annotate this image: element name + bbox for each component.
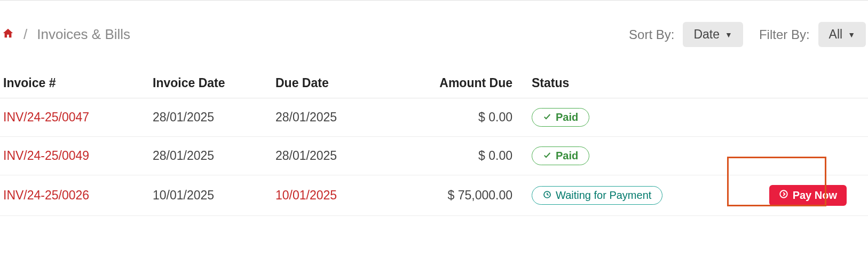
table-row: INV/24-25/0026 10/01/2025 10/01/2025 $ 7… — [0, 175, 868, 216]
amount-due: $ 0.00 — [416, 137, 528, 175]
table-header-row: Invoice # Invoice Date Due Date Amount D… — [0, 68, 868, 98]
col-header-invoice-no: Invoice # — [0, 68, 149, 98]
caret-down-icon: ▼ — [848, 30, 855, 39]
invoice-link[interactable]: INV/24-25/0049 — [3, 149, 89, 163]
sort-value: Date — [693, 27, 720, 42]
invoice-date: 28/01/2025 — [149, 137, 272, 175]
filter-control: Filter By: All ▼ — [759, 22, 866, 47]
col-header-invoice-date: Invoice Date — [149, 68, 272, 98]
pay-now-button[interactable]: Pay Now — [769, 185, 847, 206]
table-row: INV/24-25/0049 28/01/2025 28/01/2025 $ 0… — [0, 137, 868, 175]
col-header-due-date: Due Date — [272, 68, 416, 98]
amount-due: $ 75,000.00 — [416, 175, 528, 216]
breadcrumb: / Invoices & Bills — [2, 26, 130, 43]
sort-control: Sort By: Date ▼ — [629, 22, 743, 47]
breadcrumb-title: Invoices & Bills — [37, 26, 130, 43]
due-date-overdue: 10/01/2025 — [272, 175, 416, 216]
svg-point-1 — [780, 190, 787, 198]
clock-icon — [543, 190, 551, 201]
filter-dropdown[interactable]: All ▼ — [818, 22, 866, 47]
invoice-date: 28/01/2025 — [149, 98, 272, 137]
filter-label: Filter By: — [759, 27, 810, 42]
home-icon[interactable] — [2, 27, 14, 42]
controls: Sort By: Date ▼ Filter By: All ▼ — [629, 22, 866, 47]
status-badge-paid: Paid — [532, 108, 589, 127]
pay-now-label: Pay Now — [793, 189, 837, 202]
col-header-amount-due: Amount Due — [416, 68, 528, 98]
check-icon — [543, 151, 551, 161]
status-badge-paid: Paid — [532, 146, 589, 165]
status-label: Paid — [556, 111, 578, 123]
due-date: 28/01/2025 — [272, 98, 416, 137]
status-label: Paid — [556, 150, 578, 162]
status-badge-waiting: Waiting for Payment — [532, 186, 662, 205]
status-label: Waiting for Payment — [556, 189, 651, 202]
amount-due: $ 0.00 — [416, 98, 528, 137]
check-icon — [543, 112, 551, 123]
invoices-table: Invoice # Invoice Date Due Date Amount D… — [0, 68, 868, 216]
filter-value: All — [829, 27, 843, 42]
invoice-link[interactable]: INV/24-25/0047 — [3, 110, 89, 124]
table-row: INV/24-25/0047 28/01/2025 28/01/2025 $ 0… — [0, 98, 868, 137]
caret-down-icon: ▼ — [725, 30, 732, 39]
invoice-link[interactable]: INV/24-25/0026 — [3, 188, 89, 202]
breadcrumb-separator: / — [23, 26, 27, 43]
arrow-circle-right-icon — [779, 189, 788, 202]
due-date: 28/01/2025 — [272, 137, 416, 175]
invoice-date: 10/01/2025 — [149, 175, 272, 216]
sort-label: Sort By: — [629, 27, 674, 42]
sort-dropdown[interactable]: Date ▼ — [683, 22, 743, 47]
col-header-status: Status — [528, 68, 721, 98]
col-header-action — [721, 68, 868, 98]
